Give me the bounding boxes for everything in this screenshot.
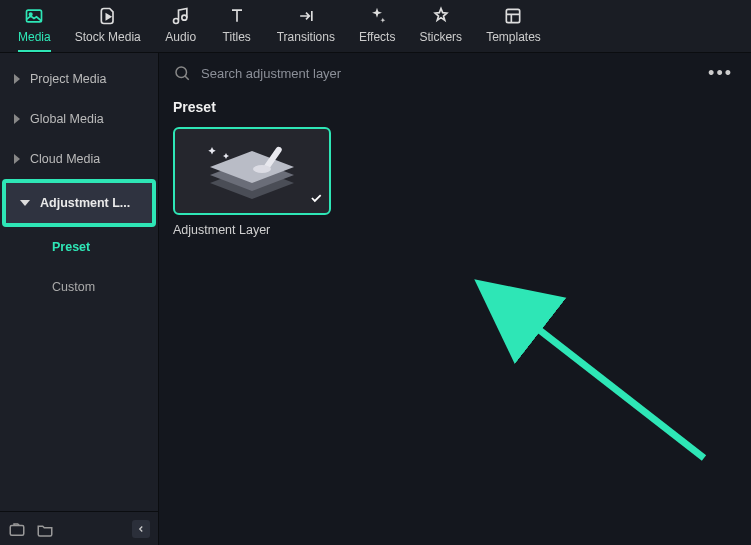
tab-stickers[interactable]: Stickers [409,0,472,52]
sidebar-item-label: Global Media [30,112,104,126]
stickers-icon [431,6,451,26]
svg-line-7 [524,318,704,458]
tab-label: Media [18,30,51,44]
svg-point-4 [176,67,187,78]
effects-icon [367,6,387,26]
chevron-down-icon [20,200,30,206]
tab-templates[interactable]: Templates [476,0,551,52]
check-icon [309,191,323,209]
sidebar-list: Project Media Global Media Cloud Media A… [0,53,158,511]
more-options-button[interactable]: ••• [704,63,737,84]
sidebar-subitem-label: Preset [52,240,90,254]
media-icon [24,6,44,26]
svg-rect-3 [10,525,24,535]
sidebar-item-project-media[interactable]: Project Media [0,59,158,99]
svg-rect-2 [507,9,520,22]
sidebar-item-adjustment-layer[interactable]: Adjustment L... [6,183,152,223]
sidebar-item-cloud-media[interactable]: Cloud Media [0,139,158,179]
folder-icon[interactable] [36,521,54,537]
tab-audio[interactable]: Audio [155,0,207,52]
tab-label: Stickers [419,30,462,44]
preset-card-label: Adjustment Layer [173,223,331,237]
audio-icon [171,6,191,26]
sidebar: Project Media Global Media Cloud Media A… [0,53,159,545]
tab-label: Effects [359,30,395,44]
top-tab-bar: Media Stock Media Audio Titles Transitio… [0,0,751,53]
main-panel: ••• Preset [159,53,751,545]
svg-point-6 [253,165,271,173]
sidebar-item-label: Cloud Media [30,152,100,166]
sidebar-subitem-custom[interactable]: Custom [0,267,158,307]
tab-label: Titles [223,30,251,44]
adjustment-layer-artwork-icon [192,137,312,205]
stock-media-icon [98,6,118,26]
tab-media[interactable]: Media [8,0,61,52]
sidebar-subitem-preset[interactable]: Preset [0,227,158,267]
templates-icon [503,6,523,26]
sidebar-footer [0,511,158,545]
tab-label: Stock Media [75,30,141,44]
search-input[interactable] [201,66,694,81]
preset-card-adjustment-layer[interactable]: Adjustment Layer [173,127,331,237]
tab-label: Transitions [277,30,335,44]
tab-label: Audio [165,30,196,44]
tab-stock-media[interactable]: Stock Media [65,0,151,52]
preset-thumbnail[interactable] [173,127,331,215]
chevron-right-icon [14,114,20,124]
sidebar-subitem-label: Custom [52,280,95,294]
tab-transitions[interactable]: Transitions [267,0,345,52]
tab-effects[interactable]: Effects [349,0,405,52]
content-area: Preset [159,93,751,545]
sidebar-item-label: Project Media [30,72,106,86]
collapse-sidebar-button[interactable] [132,520,150,538]
tab-titles[interactable]: Titles [211,0,263,52]
tab-label: Templates [486,30,541,44]
sidebar-item-global-media[interactable]: Global Media [0,99,158,139]
new-folder-icon[interactable] [8,521,26,537]
section-title: Preset [173,99,737,115]
annotation-arrow [354,258,724,488]
annotation-highlight-box: Adjustment L... [2,179,156,227]
search-icon [173,64,191,82]
transitions-icon [296,6,316,26]
titles-icon [227,6,247,26]
chevron-right-icon [14,154,20,164]
chevron-right-icon [14,74,20,84]
sidebar-item-label: Adjustment L... [40,196,130,210]
search-bar: ••• [159,53,751,93]
